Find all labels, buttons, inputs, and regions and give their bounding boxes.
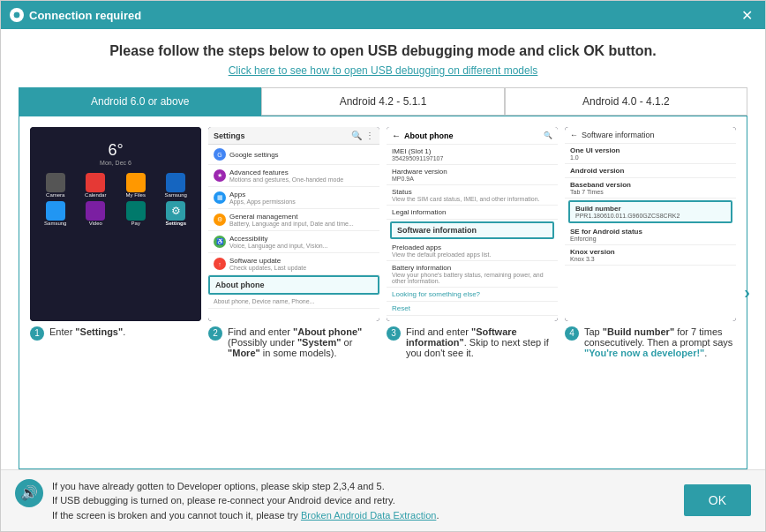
about-legal-label: Legal information xyxy=(392,208,552,216)
tab-android-42[interactable]: Android 4.2 - 5.1.1 xyxy=(261,87,504,116)
broken-extraction-link[interactable]: Broken Android Data Extraction xyxy=(301,510,436,521)
about-search-icon: 🔍 xyxy=(544,131,552,139)
about-reset-row: Reset xyxy=(387,302,558,316)
build-title: Software information xyxy=(582,131,655,139)
step-4-image: ← Software information One UI version 1.… xyxy=(565,127,736,321)
settings-general-label: General management xyxy=(229,213,354,221)
main-window: Connection required ✕ Please follow the … xyxy=(0,0,766,532)
settings-item-about: About phone xyxy=(208,275,379,295)
about-looking-label: Looking for something else? xyxy=(392,290,552,298)
help-link[interactable]: Click here to see how to open USB debugg… xyxy=(229,64,538,77)
build-baseband-value: Tab 7 Times xyxy=(570,189,731,195)
titlebar-left: Connection required xyxy=(10,8,141,22)
settings-item-about-sub: About phone, Device name, Phone... xyxy=(208,295,379,309)
google-icon: G xyxy=(214,148,226,161)
settings-item-apps: ▦ Apps Apps, Apps permissions xyxy=(208,187,379,209)
ok-button[interactable]: OK xyxy=(684,484,751,516)
titlebar-title: Connection required xyxy=(29,9,141,22)
settings-advanced-text: Advanced features Motions and gestures, … xyxy=(229,169,343,183)
about-battery-label: Battery information xyxy=(392,264,552,272)
about-legal-row: Legal information xyxy=(387,206,558,220)
settings-item-advanced: ★ Advanced features Motions and gestures… xyxy=(208,165,379,187)
step-3: ← About phone 🔍 IMEI (Slot 1) 3542950911… xyxy=(387,127,558,358)
step-3-image: ← About phone 🔍 IMEI (Slot 1) 3542950911… xyxy=(387,127,558,321)
about-status-row: Status View the SIM card status, IMEI, a… xyxy=(387,185,558,206)
general-icon: ⚙ xyxy=(214,214,226,226)
build-header: ← Software information xyxy=(565,127,736,144)
app-samsung2: Samsung xyxy=(37,201,74,226)
settings-item-general: ⚙ General management Battery, Language a… xyxy=(208,209,379,231)
about-preloaded-sublabel: View the default preloaded apps list. xyxy=(392,251,552,258)
steps-container: 6° Mon, Dec 6 Camera Calendar xyxy=(19,116,747,469)
advanced-icon: ★ xyxy=(214,169,226,182)
step-2-text: Find and enter "About phone" (Possibly u… xyxy=(228,326,379,358)
about-screen: ← About phone 🔍 IMEI (Slot 1) 3542950911… xyxy=(387,127,558,321)
build-knox-row: Knox version Knox 3.3 xyxy=(565,245,736,266)
step-4-num: 4 xyxy=(565,326,579,341)
build-oneui-row: One UI version 1.0 xyxy=(565,144,736,164)
build-se-value: Enforcing xyxy=(570,236,731,242)
accessibility-icon: ♿ xyxy=(214,236,226,248)
app-calendar: Calendar xyxy=(78,173,115,198)
speaker-icon: 🔊 xyxy=(15,479,43,507)
step-4-desc: 4 Tap "Build number" for 7 times consecu… xyxy=(565,326,736,358)
about-battery-sublabel: View your phone's battery status, remain… xyxy=(392,272,552,284)
settings-update-sublabel: Check updates, Last update xyxy=(229,265,306,271)
settings-item-google: G Google settings xyxy=(208,145,379,165)
step-2-image: Settings 🔍 ⋮ G Google settings ★ xyxy=(208,127,379,321)
step-4-text: Tap "Build number" for 7 times consecuti… xyxy=(584,326,736,358)
settings-update-label: Software update xyxy=(229,257,306,265)
about-hw-row: Hardware version MP0.9A xyxy=(387,165,558,185)
build-number-label: Build number xyxy=(575,205,725,213)
about-hw-label: Hardware version xyxy=(392,168,552,176)
about-imei-value: 354295091197107 xyxy=(392,155,552,161)
phone-date: Mon, Dec 6 xyxy=(30,160,201,166)
step-2-desc: 2 Find and enter "About phone" (Possibly… xyxy=(208,326,379,358)
update-icon: ↑ xyxy=(214,258,226,270)
step-2: Settings 🔍 ⋮ G Google settings ★ xyxy=(208,127,379,358)
tab-android-40[interactable]: Android 4.0 - 4.1.2 xyxy=(505,87,747,116)
close-button[interactable]: ✕ xyxy=(738,7,756,24)
build-number-value: PPR1.180610.011.G960GZCS8CRK2 xyxy=(575,213,725,219)
app-camera: Camera xyxy=(37,173,74,198)
footer-line-2: If USB debugging is turned on, please re… xyxy=(52,493,439,508)
settings-general-sublabel: Battery, Language and input, Date and ti… xyxy=(229,221,354,227)
about-looking-row: Looking for something else? xyxy=(387,288,558,302)
about-phone-title: About phone xyxy=(404,131,454,140)
build-se-label: SE for Android status xyxy=(570,228,731,236)
app-settings-highlight: ⚙ Settings xyxy=(158,201,195,226)
settings-screen: Settings 🔍 ⋮ G Google settings ★ xyxy=(208,127,379,321)
svg-point-0 xyxy=(13,11,20,19)
about-imei-label: IMEI (Slot 1) xyxy=(392,147,552,155)
settings-access-text: Accessibility Voice, Language and input,… xyxy=(229,235,328,249)
settings-apps-sublabel: Apps, Apps permissions xyxy=(229,199,296,205)
footer-text: If you have already gotten to Developer … xyxy=(52,479,439,523)
footer-left: 🔊 If you have already gotten to Develope… xyxy=(15,479,675,523)
app-samsung: Samsung xyxy=(158,173,195,198)
tab-android-6[interactable]: Android 6.0 or above xyxy=(19,87,261,116)
search-icon: 🔍 xyxy=(351,131,362,140)
step-1-desc: 1 Enter "Settings". xyxy=(30,326,201,341)
about-phone-sublabel: About phone, Device name, Phone... xyxy=(214,298,314,304)
build-knox-label: Knox version xyxy=(570,248,731,256)
build-baseband-label: Baseband version xyxy=(570,181,731,189)
about-imei-row: IMEI (Slot 1) 354295091197107 xyxy=(387,145,558,165)
settings-advanced-label: Advanced features xyxy=(229,169,343,176)
settings-header-icons: 🔍 ⋮ xyxy=(351,131,374,140)
build-android-row: Android version xyxy=(565,164,736,178)
step-4: ← Software information One UI version 1.… xyxy=(565,127,736,358)
settings-google-label: Google settings xyxy=(229,151,279,159)
footer-line-3: If the screen is broken and you cannot t… xyxy=(52,508,439,523)
about-preloaded-row: Preloaded apps View the default preloade… xyxy=(387,241,558,261)
settings-update-text: Software update Check updates, Last upda… xyxy=(229,257,306,271)
settings-apps-text: Apps Apps, Apps permissions xyxy=(229,191,296,205)
footer: 🔊 If you have already gotten to Develope… xyxy=(1,469,765,532)
about-status-sublabel: View the SIM card status, IMEI, and othe… xyxy=(392,196,552,202)
build-back-icon: ← xyxy=(570,131,578,139)
step-1-image: 6° Mon, Dec 6 Camera Calendar xyxy=(30,127,201,321)
settings-general-text: General management Battery, Language and… xyxy=(229,213,354,227)
about-reset-label: Reset xyxy=(392,304,552,312)
next-arrow[interactable]: › xyxy=(744,282,750,303)
build-se-row: SE for Android status Enforcing xyxy=(565,225,736,245)
main-heading: Please follow the steps below to open US… xyxy=(19,43,747,59)
